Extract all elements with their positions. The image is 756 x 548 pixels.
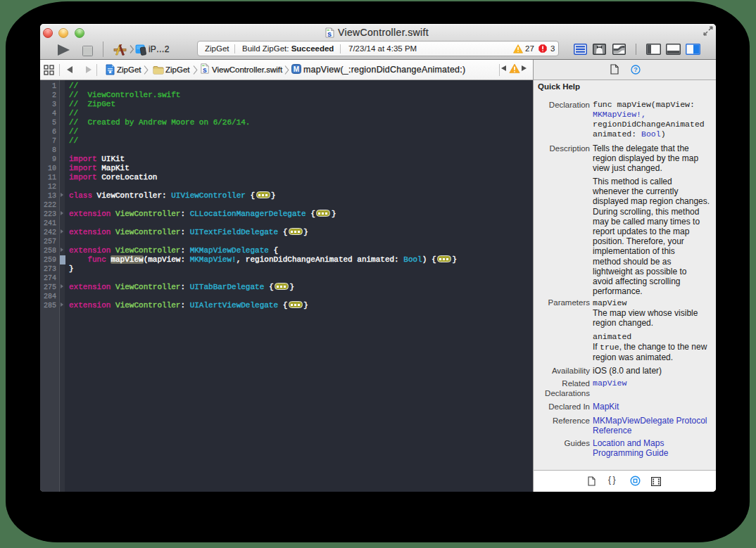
svg-text:s: s	[203, 65, 207, 74]
svg-text:M: M	[294, 65, 299, 73]
svg-text:?: ?	[634, 66, 638, 73]
svg-text:s: s	[327, 30, 332, 38]
